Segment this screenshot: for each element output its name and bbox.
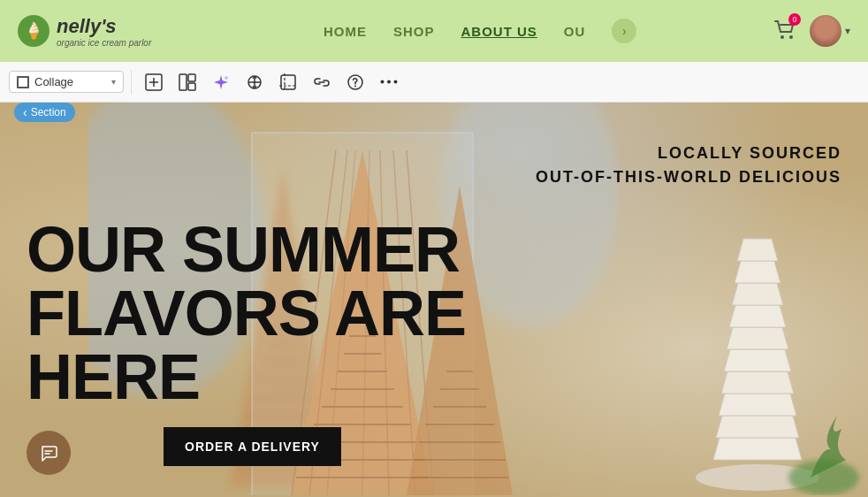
nav-ou[interactable]: OU <box>564 24 586 39</box>
add-panel-button[interactable] <box>139 67 169 97</box>
cart-button[interactable]: 0 <box>773 18 796 44</box>
user-avatar[interactable]: ▾ <box>810 15 850 47</box>
more-dots-icon <box>380 80 398 84</box>
help-icon <box>346 73 364 91</box>
svg-point-68 <box>381 80 385 84</box>
logo-name: nelly's <box>57 15 151 38</box>
hero-subtitle-line1: LOCALLY SOURCED <box>536 141 841 165</box>
svg-point-52 <box>789 35 793 39</box>
svg-rect-58 <box>188 83 195 90</box>
chat-button[interactable] <box>27 431 71 475</box>
hero-right-text: LOCALLY SOURCED OUT-OF-THIS-WORLD DELICI… <box>536 141 841 189</box>
logo-subtitle: organic ice cream parlor <box>57 38 151 48</box>
hero-subtitle: LOCALLY SOURCED OUT-OF-THIS-WORLD DELICI… <box>536 141 841 189</box>
logo-area[interactable]: 🍦 nelly's organic ice cream parlor <box>18 15 151 48</box>
link-icon <box>313 73 331 91</box>
crop-button[interactable] <box>273 67 303 97</box>
nav-shop[interactable]: SHOP <box>393 24 435 39</box>
svg-marker-45 <box>727 327 788 349</box>
svg-point-51 <box>780 35 784 39</box>
link-button[interactable] <box>307 67 337 97</box>
svg-marker-46 <box>729 305 786 327</box>
nav-more-arrow[interactable]: › <box>612 19 636 43</box>
ai-sparkle-icon <box>212 73 230 91</box>
avatar-dropdown-arrow: ▾ <box>845 25 850 37</box>
svg-marker-49 <box>737 239 778 261</box>
collage-grid-icon <box>17 76 29 88</box>
hero-title: OUR SUMMER FLAVORS ARE HERE <box>27 218 466 409</box>
arrange-button[interactable] <box>240 67 270 97</box>
collage-selector[interactable]: Collage ▾ <box>9 71 124 93</box>
collage-dropdown-arrow: ▾ <box>111 77 116 87</box>
svg-point-69 <box>387 80 391 84</box>
main-nav: HOME SHOP ABOUT US OU › <box>187 19 773 43</box>
svg-point-70 <box>394 80 398 84</box>
collage-label: Collage <box>34 75 73 88</box>
add-panel-icon <box>145 73 163 91</box>
cups-image <box>647 177 868 495</box>
nav-home[interactable]: HOME <box>324 24 367 39</box>
crop-icon <box>279 73 297 91</box>
hero-title-line3: HERE <box>27 345 466 409</box>
layout-button[interactable] <box>172 67 202 97</box>
chat-icon <box>39 443 58 463</box>
arrange-icon <box>246 73 263 91</box>
editor-toolbar: Collage ▾ <box>0 62 868 103</box>
logo-icon: 🍦 <box>18 15 49 47</box>
svg-marker-44 <box>724 349 791 371</box>
help-button[interactable] <box>340 67 370 97</box>
nav-about[interactable]: ABOUT US <box>461 24 537 39</box>
cta-button[interactable]: ORDER A DELIVERY <box>164 427 341 466</box>
svg-marker-41 <box>716 416 799 438</box>
svg-rect-57 <box>188 74 195 81</box>
toolbar-divider-1 <box>131 70 132 95</box>
ai-button[interactable] <box>206 67 236 97</box>
cart-badge: 0 <box>788 13 801 26</box>
header-right: 0 ▾ <box>773 15 850 47</box>
hero-main-text: OUR SUMMER FLAVORS ARE HERE <box>27 218 466 409</box>
svg-rect-56 <box>179 74 187 90</box>
svg-marker-48 <box>735 261 780 283</box>
svg-marker-40 <box>713 438 802 460</box>
section-label: Section <box>31 106 66 119</box>
hero-subtitle-line2: OUT-OF-THIS-WORLD DELICIOUS <box>536 165 841 189</box>
layout-icon <box>179 73 196 91</box>
svg-marker-47 <box>732 283 783 305</box>
hero-title-line2: FLAVORS ARE <box>27 281 466 345</box>
cta-label: ORDER A DELIVERY <box>185 440 320 454</box>
svg-marker-42 <box>719 394 796 416</box>
svg-marker-43 <box>721 371 794 394</box>
hero-title-line1: OUR SUMMER <box>27 218 466 281</box>
svg-point-67 <box>354 85 356 87</box>
avatar-image <box>810 15 841 47</box>
section-badge[interactable]: Section <box>14 103 75 122</box>
logo-text: nelly's organic ice cream parlor <box>57 15 151 48</box>
more-options-button[interactable] <box>374 67 404 97</box>
site-header: 🍦 nelly's organic ice cream parlor HOME … <box>0 0 868 62</box>
svg-rect-62 <box>281 75 295 89</box>
